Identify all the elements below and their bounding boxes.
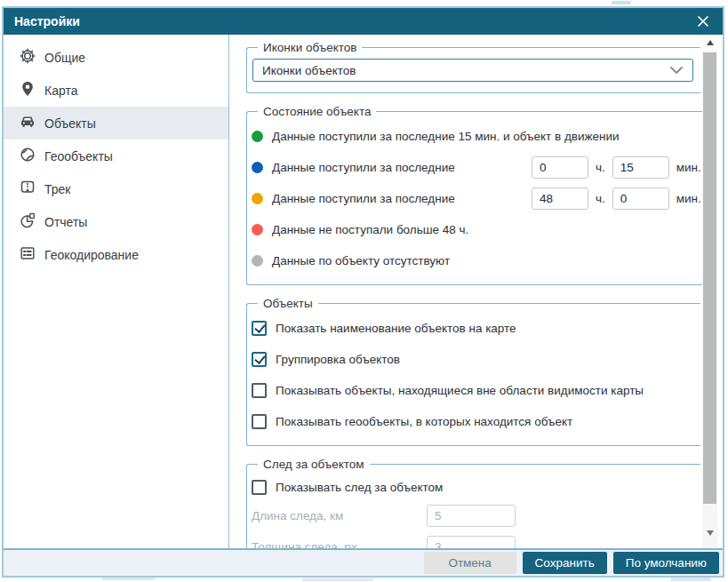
section-trail: След за объектом Показывать след за объе… xyxy=(246,458,700,548)
scrollbar[interactable] xyxy=(702,35,717,548)
sidebar-item-general[interactable]: Общие xyxy=(4,41,228,74)
sidebar-item-track[interactable]: Трек xyxy=(4,172,228,205)
section-object-state: Состояние объекта Данные поступили за по… xyxy=(246,105,702,285)
trail-width-row: Толщина следа, px xyxy=(252,531,693,548)
state-row-stale: Данные поступили за последние ч. мин. xyxy=(252,183,701,214)
sidebar-item-label: Карта xyxy=(44,84,77,98)
scrollbar-thumb[interactable] xyxy=(703,52,716,504)
state-row-moving: Данные поступили за последние 15 мин. и … xyxy=(252,121,701,152)
gear-icon xyxy=(19,47,36,68)
status-dot-gray xyxy=(252,255,263,267)
status-dot-green xyxy=(252,131,263,142)
sidebar-item-label: Отчеты xyxy=(44,215,87,229)
geoobjects-checkbox[interactable] xyxy=(252,414,267,429)
settings-dialog: Настройки Общие xyxy=(2,6,724,578)
sidebar-item-map[interactable]: Карта xyxy=(4,74,228,107)
sidebar-item-label: Общие xyxy=(44,51,85,65)
globe-icon xyxy=(19,146,36,166)
dropdown-value: Иконки объектов xyxy=(262,64,356,77)
status-dot-blue xyxy=(252,162,263,173)
geocode-icon xyxy=(19,244,36,265)
checkbox-row-show-names: Показать наименование объектов на карте xyxy=(252,313,693,344)
map-pin-icon xyxy=(19,80,36,100)
trail-length-row: Длина следа, км xyxy=(252,500,693,531)
cancel-button[interactable]: Отмена xyxy=(424,552,516,574)
state-row-offline: Данные не поступали больше 48 ч. xyxy=(252,214,701,245)
sidebar-item-geoobjects[interactable]: Геообъекты xyxy=(4,140,228,172)
section-legend: След за объектом xyxy=(258,458,370,471)
arrow-up-icon xyxy=(707,40,714,45)
show-trail-checkbox[interactable] xyxy=(252,480,267,495)
section-object-icons: Иконки объектов Иконки объектов xyxy=(246,41,700,93)
sidebar-item-objects[interactable]: Объекты xyxy=(4,107,228,140)
background-artifact xyxy=(302,578,373,581)
recent-minutes-input[interactable] xyxy=(612,156,669,179)
close-icon[interactable] xyxy=(694,12,712,30)
status-dot-red xyxy=(252,224,263,235)
state-row-recent: Данные поступили за последние ч. мин. xyxy=(252,152,701,183)
checkbox-row-grouping: Группировка объектов xyxy=(252,344,693,375)
trail-width-input[interactable] xyxy=(427,536,516,548)
dialog-title: Настройки xyxy=(14,14,80,28)
save-button[interactable]: Сохранить xyxy=(523,552,607,574)
background-artifact xyxy=(612,1,631,4)
checkbox-row-show-trail: Показывать след за объектом xyxy=(252,474,693,500)
section-legend: Объекты xyxy=(258,297,318,310)
outside-view-checkbox[interactable] xyxy=(252,383,267,398)
sidebar-item-label: Трек xyxy=(44,182,70,196)
trail-length-input[interactable] xyxy=(427,505,516,527)
sidebar-item-label: Геокодирование xyxy=(44,248,139,262)
dialog-body: Общие Карта xyxy=(4,35,723,548)
section-objects: Объекты Показать наименование объектов н… xyxy=(246,297,700,446)
scroll-down-button[interactable] xyxy=(702,525,717,541)
stale-hours-input[interactable] xyxy=(532,187,588,210)
report-icon xyxy=(19,211,36,232)
checkbox-row-geoobjects: Показывать геообъекты, в которых находит… xyxy=(252,406,693,437)
section-legend: Состояние объекта xyxy=(258,105,376,118)
sidebar-item-reports[interactable]: Отчеты xyxy=(4,205,228,238)
car-icon xyxy=(19,113,36,133)
chevron-down-icon xyxy=(669,64,684,77)
dialog-footer: Отмена Сохранить По умолчанию xyxy=(4,548,723,576)
state-row-nodata: Данные по объекту отсутствуют xyxy=(252,245,701,276)
grouping-checkbox[interactable] xyxy=(252,352,267,367)
sidebar-item-geocoding[interactable]: Геокодирование xyxy=(4,238,228,271)
sidebar-item-label: Объекты xyxy=(44,116,96,131)
object-icons-dropdown[interactable]: Иконки объектов xyxy=(252,59,693,82)
status-dot-orange xyxy=(252,193,263,204)
background-artifact xyxy=(102,578,156,580)
scroll-up-button[interactable] xyxy=(702,35,717,51)
arrow-down-icon xyxy=(707,530,714,536)
background-artifact xyxy=(671,578,711,581)
show-names-checkbox[interactable] xyxy=(252,321,267,336)
checkbox-row-outside-view: Показывать объекты, находящиеся вне обла… xyxy=(252,375,693,406)
settings-content: Иконки объектов Иконки объектов Состояни… xyxy=(229,35,702,548)
recent-hours-input[interactable] xyxy=(532,156,588,179)
sidebar-item-label: Геообъекты xyxy=(44,149,113,163)
sidebar: Общие Карта xyxy=(4,35,229,548)
default-button[interactable]: По умолчанию xyxy=(613,552,719,574)
section-legend: Иконки объектов xyxy=(258,41,362,54)
stale-minutes-input[interactable] xyxy=(612,187,669,210)
dialog-titlebar: Настройки xyxy=(4,8,723,35)
track-icon xyxy=(19,179,36,199)
